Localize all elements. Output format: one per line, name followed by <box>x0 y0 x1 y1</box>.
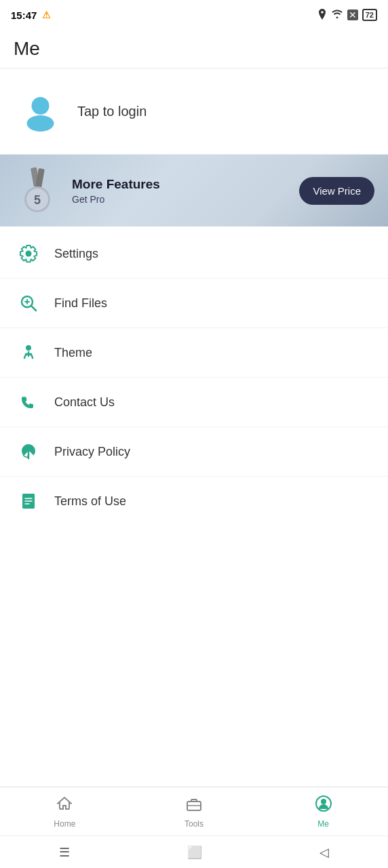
menu-item-find-files[interactable]: Find Files <box>0 279 388 328</box>
page-title: Me <box>14 38 374 60</box>
medal-icon: 5 <box>14 167 61 214</box>
svg-point-0 <box>26 115 54 132</box>
privacy-policy-icon <box>16 439 41 464</box>
menu-list: Settings Find Files Theme <box>0 229 388 526</box>
view-price-button[interactable]: View Price <box>299 177 374 205</box>
terms-of-use-label: Terms of Use <box>54 494 126 509</box>
nav-item-tools[interactable]: Tools <box>130 795 259 829</box>
me-nav-icon <box>315 795 332 816</box>
svg-line-8 <box>31 306 36 311</box>
nav-item-me[interactable]: Me <box>258 795 388 829</box>
pro-subtitle: Get Pro <box>72 194 299 205</box>
bottom-nav: Home Tools Me <box>0 787 388 835</box>
settings-icon <box>16 241 41 266</box>
nav-item-home[interactable]: Home <box>0 795 130 829</box>
svg-point-23 <box>321 799 326 804</box>
status-bar: 15:47 ⚠ ✕ 72 <box>0 0 388 27</box>
svg-point-11 <box>26 345 31 351</box>
theme-icon <box>16 340 41 365</box>
x-icon: ✕ <box>347 9 358 20</box>
terms-of-use-icon <box>16 489 41 513</box>
svg-point-1 <box>31 97 49 115</box>
location-icon <box>317 9 327 22</box>
privacy-policy-label: Privacy Policy <box>54 445 130 459</box>
pro-banner[interactable]: 5 More Features Get Pro View Price <box>0 155 388 226</box>
svg-text:5: 5 <box>33 193 40 207</box>
menu-button[interactable]: ☰ <box>59 845 70 860</box>
wifi-icon <box>331 9 343 21</box>
contact-us-label: Contact Us <box>54 395 115 410</box>
pro-title: More Features <box>72 177 299 192</box>
theme-label: Theme <box>54 346 92 360</box>
tools-nav-label: Tools <box>185 819 203 829</box>
pro-banner-text: More Features Get Pro <box>72 177 299 205</box>
menu-item-privacy-policy[interactable]: Privacy Policy <box>0 427 388 477</box>
find-files-label: Find Files <box>54 296 107 311</box>
battery-icon: 72 <box>362 9 377 21</box>
profile-section[interactable]: Tap to login <box>0 68 388 155</box>
avatar <box>16 87 64 135</box>
warning-icon: ⚠ <box>42 9 51 20</box>
home-nav-icon <box>56 795 73 816</box>
home-nav-label: Home <box>54 819 75 829</box>
status-time: 15:47 <box>11 9 37 21</box>
me-nav-label: Me <box>317 819 329 829</box>
home-button[interactable]: ⬜ <box>187 845 202 860</box>
menu-item-theme[interactable]: Theme <box>0 328 388 378</box>
system-bar: ☰ ⬜ ◁ <box>0 835 388 868</box>
menu-item-settings[interactable]: Settings <box>0 229 388 279</box>
menu-item-contact-us[interactable]: Contact Us <box>0 378 388 427</box>
menu-item-terms-of-use[interactable]: Terms of Use <box>0 477 388 526</box>
page-header: Me <box>0 27 388 68</box>
find-files-icon <box>16 291 41 315</box>
tools-nav-icon <box>185 795 203 816</box>
settings-label: Settings <box>54 247 98 261</box>
login-prompt: Tap to login <box>77 104 147 119</box>
back-button[interactable]: ◁ <box>319 845 329 860</box>
contact-us-icon <box>16 390 41 414</box>
